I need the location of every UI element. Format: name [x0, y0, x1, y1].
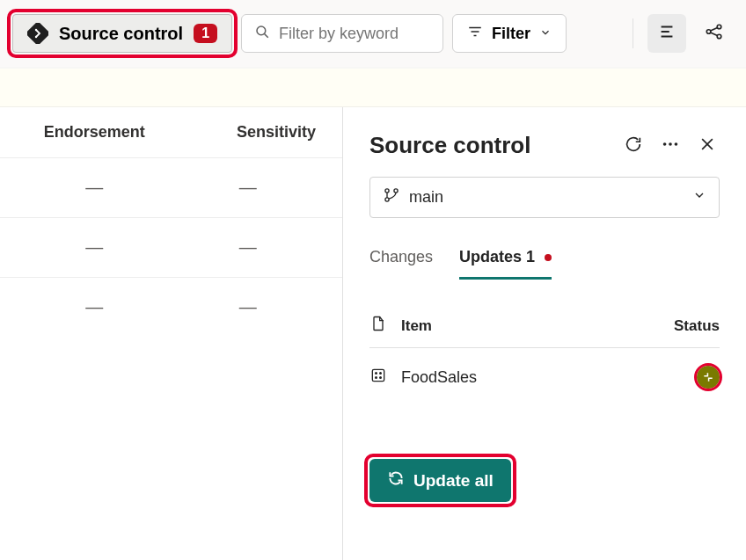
source-control-button[interactable]: Source control 1: [12, 14, 232, 53]
svg-rect-24: [372, 369, 384, 381]
svg-point-16: [663, 142, 667, 146]
cell-endorsement: —: [18, 178, 172, 198]
tabs: Changes Updates 1: [369, 241, 720, 280]
update-indicator-dot: [545, 254, 552, 261]
svg-point-28: [380, 376, 382, 378]
col-endorsement: Endorsement: [18, 123, 172, 142]
search-input-wrapper[interactable]: [241, 14, 443, 53]
svg-point-2: [35, 36, 37, 38]
file-icon: [369, 319, 387, 336]
branch-name: main: [409, 188, 684, 207]
col-status: Status: [649, 317, 720, 335]
panel-header: Source control: [369, 132, 720, 159]
item-type-icon-cell: [369, 367, 401, 389]
svg-point-12: [717, 25, 721, 29]
cell-endorsement: —: [18, 297, 172, 317]
svg-point-18: [675, 142, 678, 146]
branch-icon: [383, 186, 400, 208]
update-all-button[interactable]: Update all: [369, 459, 511, 502]
svg-point-25: [376, 372, 377, 374]
tab-updates[interactable]: Updates 1: [459, 241, 552, 280]
svg-point-13: [717, 34, 721, 39]
svg-point-22: [385, 198, 389, 201]
left-table-header: Endorsement Sensitivity: [0, 107, 342, 157]
filter-icon: [467, 24, 483, 44]
list-header: Item Status: [369, 304, 720, 348]
lineage-view-button[interactable]: [695, 14, 734, 53]
svg-point-11: [706, 30, 711, 34]
tab-changes[interactable]: Changes: [369, 241, 433, 280]
source-control-icon: [27, 23, 48, 44]
svg-point-21: [385, 189, 389, 193]
svg-rect-0: [27, 23, 48, 44]
list-view-button[interactable]: [647, 14, 686, 53]
update-all-label: Update all: [413, 471, 494, 491]
cell-sensitivity: —: [172, 237, 325, 258]
lineage-icon: [705, 22, 724, 45]
notification-strip: [0, 69, 746, 107]
dataset-icon: [369, 370, 387, 388]
list-view-icon: [657, 22, 677, 45]
svg-point-17: [669, 142, 672, 146]
more-button[interactable]: [658, 134, 683, 158]
close-button[interactable]: [695, 134, 720, 158]
svg-point-3: [257, 26, 266, 35]
svg-point-23: [394, 189, 398, 193]
toolbar: Source control 1 Filter: [0, 0, 746, 69]
list-item[interactable]: FoodSales: [369, 348, 720, 406]
refresh-button[interactable]: [621, 134, 646, 158]
svg-point-27: [376, 376, 377, 378]
svg-line-15: [711, 33, 718, 36]
chevron-down-icon: [692, 188, 706, 207]
filter-button[interactable]: Filter: [452, 14, 567, 53]
sync-icon: [387, 469, 405, 491]
col-icon: [369, 315, 401, 337]
table-row: — —: [0, 277, 342, 337]
divider: [633, 18, 633, 48]
source-control-panel: Source control: [343, 107, 746, 560]
source-control-label: Source control: [59, 24, 183, 44]
tab-updates-label: Updates 1: [459, 248, 535, 265]
cell-sensitivity: —: [172, 178, 325, 198]
cell-endorsement: —: [18, 237, 172, 258]
svg-line-4: [265, 34, 268, 38]
chevron-down-icon: [539, 25, 552, 43]
svg-line-14: [711, 27, 718, 31]
refresh-icon: [624, 135, 643, 157]
filter-label: Filter: [492, 25, 530, 43]
ellipsis-icon: [661, 135, 680, 157]
branch-selector[interactable]: main: [369, 177, 720, 218]
item-name: FoodSales: [401, 368, 649, 387]
svg-point-1: [35, 29, 37, 31]
update-all-highlight: Update all: [369, 459, 511, 502]
left-table: Endorsement Sensitivity — — — — — —: [0, 107, 343, 560]
source-control-badge: 1: [194, 24, 217, 43]
col-sensitivity: Sensitivity: [172, 123, 325, 142]
item-status-cell: [649, 366, 720, 389]
status-modified-icon: [697, 366, 720, 389]
cell-sensitivity: —: [172, 297, 325, 317]
table-row: — —: [0, 217, 342, 277]
col-item: Item: [401, 317, 649, 335]
close-icon: [698, 135, 716, 156]
svg-point-26: [380, 372, 382, 374]
table-row: — —: [0, 157, 342, 217]
main-area: Endorsement Sensitivity — — — — — — Sour…: [0, 107, 746, 560]
panel-title: Source control: [369, 132, 621, 159]
search-icon: [254, 24, 270, 43]
